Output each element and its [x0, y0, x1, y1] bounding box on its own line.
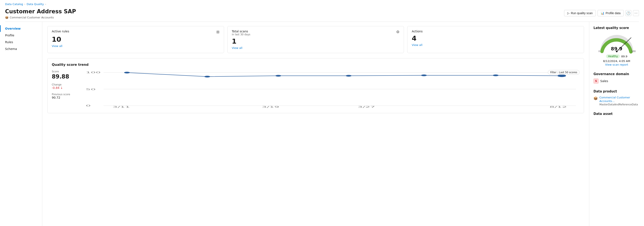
- score-value: 89.88: [52, 73, 77, 80]
- sidebar-item-rules[interactable]: Rules: [0, 39, 42, 46]
- data-asset-section: Data asset: [594, 112, 640, 116]
- change-value: -0.84 ↓: [52, 86, 77, 90]
- gauge-max-label: 100: [631, 50, 636, 53]
- page-title: Customer Address SAP: [5, 8, 76, 15]
- governance-domain-badge: S: [594, 79, 598, 84]
- active-rules-icon: ⊞: [216, 30, 220, 34]
- filter-badge[interactable]: Filter : Last 50 scores: [548, 70, 580, 75]
- breadcrumb-sep-2: ›: [45, 3, 46, 6]
- svg-text:3/19: 3/19: [262, 106, 279, 108]
- data-product-name-link[interactable]: Commercial Customer Accounts…: [600, 96, 640, 103]
- quality-score-trend-section: Quality score trend Score 89.88 Change -…: [47, 58, 584, 113]
- sidebar-item-overview[interactable]: Overview: [0, 25, 42, 32]
- ellipsis-icon: ···: [634, 11, 638, 15]
- trend-chart: 100 50 0: [82, 70, 580, 108]
- svg-text:0: 0: [86, 104, 91, 107]
- sidebar-item-profile[interactable]: Profile: [0, 32, 42, 39]
- svg-point-6: [124, 72, 130, 73]
- prev-score-value: 90.72: [52, 96, 77, 99]
- active-rules-view-all[interactable]: View all: [52, 45, 220, 48]
- change-label: Change: [52, 83, 77, 86]
- total-scans-card: Total scans in last 30 days ⚙ 1 View all: [228, 26, 404, 53]
- active-rules-value: 10: [52, 36, 220, 43]
- active-rules-card: Active rules ⊞ 10 View all: [47, 26, 224, 53]
- svg-text:8/12: 8/12: [550, 106, 567, 108]
- svg-text:50: 50: [86, 88, 96, 91]
- total-scans-icon: ⚙: [396, 30, 400, 34]
- page-subtitle: Commercial Customer Accounts: [10, 16, 54, 19]
- play-icon: ▷: [567, 12, 570, 15]
- svg-point-7: [204, 76, 210, 77]
- actions-value: 4: [412, 35, 580, 42]
- data-product-title: Data product: [594, 90, 640, 93]
- subtitle-icon: 📦: [5, 16, 8, 19]
- gauge-container: 0 100 89.9 Healthy 89.9 8/12/2024, 4:05 …: [594, 32, 640, 66]
- right-panel: Latest quality score 0 10: [589, 22, 644, 226]
- active-rules-title: Active rules: [52, 30, 69, 33]
- more-options-button[interactable]: ···: [633, 10, 639, 16]
- gauge-value: 89.9: [611, 46, 622, 51]
- view-scan-report-link[interactable]: View scan report: [605, 63, 628, 66]
- actions-title: Actions: [412, 30, 422, 33]
- total-scans-subtitle: in last 30 days: [232, 33, 250, 36]
- governance-domain-title: Governance domain: [594, 72, 640, 76]
- chart-icon: 📊: [601, 12, 604, 15]
- breadcrumb-sep-1: ›: [24, 3, 25, 6]
- prev-score-label: Previous score: [52, 93, 77, 96]
- cards-row: Active rules ⊞ 10 View all Total scans i…: [47, 26, 584, 53]
- history-icon: 🕐: [626, 11, 630, 15]
- scan-date: 8/12/2024, 4:05 AM: [603, 60, 630, 63]
- data-asset-title: Data asset: [594, 112, 640, 116]
- content-area: Active rules ⊞ 10 View all Total scans i…: [42, 22, 589, 226]
- data-product-sub: MasterDataAndReferenceData: [600, 103, 640, 106]
- data-product-icon: 📦: [594, 96, 598, 100]
- svg-text:3/11: 3/11: [112, 106, 130, 108]
- quality-score-section: Latest quality score 0 10: [594, 26, 640, 66]
- gauge-min-label: 0: [598, 50, 600, 53]
- svg-point-10: [421, 75, 427, 76]
- svg-point-11: [493, 75, 498, 76]
- history-button[interactable]: 🕐: [626, 10, 631, 16]
- run-quality-scan-button[interactable]: ▷ Run quality scan: [564, 10, 596, 16]
- trend-stats: Score 89.88 Change -0.84 ↓ Previous scor…: [52, 70, 77, 109]
- svg-text:3/27: 3/27: [358, 106, 375, 108]
- svg-point-8: [276, 75, 281, 77]
- svg-text:100: 100: [86, 71, 101, 74]
- sidebar-nav: Overview Profile Rules Schema: [0, 22, 42, 226]
- governance-domain-name: Sales: [600, 79, 608, 83]
- breadcrumb: Data Catalog › Data Quality ›: [0, 0, 644, 7]
- total-scans-view-all[interactable]: View all: [232, 46, 400, 50]
- breadcrumb-data-catalog[interactable]: Data Catalog: [5, 3, 23, 6]
- svg-point-9: [346, 75, 352, 77]
- profile-data-button[interactable]: 📊 Profile data: [598, 10, 624, 16]
- gauge-status-score: 89.9: [621, 55, 627, 58]
- gauge-status-badge: Healthy: [606, 54, 620, 58]
- trend-title: Quality score trend: [52, 63, 580, 67]
- sidebar-item-schema[interactable]: Schema: [0, 46, 42, 52]
- governance-domain-section: Governance domain S Sales: [594, 72, 640, 84]
- total-scans-title: Total scans: [232, 30, 250, 33]
- breadcrumb-data-quality[interactable]: Data Quality: [27, 3, 44, 6]
- score-label: Score: [52, 70, 77, 73]
- data-product-section: Data product 📦 Commercial Customer Accou…: [594, 90, 640, 106]
- actions-card: Actions 4 View all: [407, 26, 584, 53]
- svg-point-12: [558, 75, 566, 77]
- trend-chart-container: Filter : Last 50 scores 100 50 0: [82, 70, 580, 109]
- actions-view-all[interactable]: View all: [412, 43, 580, 47]
- quality-score-section-title: Latest quality score: [594, 26, 640, 30]
- page-header: Customer Address SAP 📦 Commercial Custom…: [0, 7, 644, 22]
- total-scans-value: 1: [232, 38, 400, 45]
